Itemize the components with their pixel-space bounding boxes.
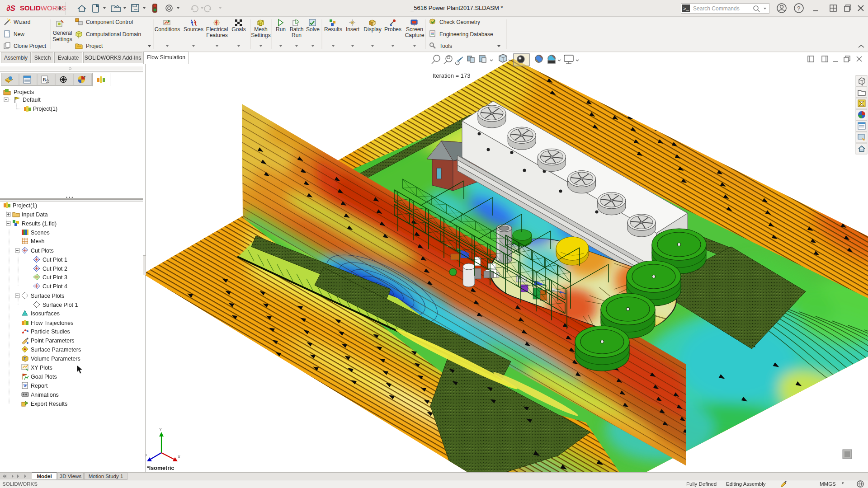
svg-text:Projects: Projects (14, 89, 34, 95)
svg-text:XY Plots: XY Plots (31, 365, 52, 371)
svg-text:Default: Default (23, 97, 41, 103)
svg-text:Mesh: Mesh (254, 26, 267, 33)
svg-text:Report: Report (31, 383, 48, 389)
svg-text:X: X (178, 455, 180, 459)
svg-text:Cut Plot 3: Cut Plot 3 (42, 274, 67, 281)
svg-text:Σ: Σ (24, 357, 26, 361)
svg-text:Search Commands: Search Commands (693, 5, 740, 12)
svg-text:Scenes: Scenes (31, 230, 50, 236)
svg-text:Results (1.fld): Results (1.fld) (22, 221, 57, 227)
svg-text:Cut Plot 2: Cut Plot 2 (42, 266, 67, 272)
svg-text:Solve: Solve (306, 26, 320, 33)
svg-text:Run: Run (292, 32, 302, 38)
svg-text:Run: Run (276, 26, 286, 33)
svg-text:Conditions: Conditions (155, 26, 180, 33)
svg-text:Display: Display (363, 26, 381, 33)
svg-text:B: B (42, 77, 46, 82)
svg-text:Component Control: Component Control (86, 19, 133, 25)
svg-text:Flow Trajectories: Flow Trajectories (31, 320, 73, 326)
svg-text:Insert: Insert (346, 26, 360, 33)
svg-text:Animations: Animations (31, 392, 59, 398)
svg-text:Cut Plot 4: Cut Plot 4 (42, 283, 67, 290)
svg-text:Point Parameters: Point Parameters (31, 338, 75, 344)
svg-text:Input Data: Input Data (22, 211, 48, 218)
svg-text:Surface Plots: Surface Plots (31, 293, 64, 299)
svg-text:Cut Plot 1: Cut Plot 1 (42, 257, 67, 263)
svg-text:>_: >_ (683, 6, 689, 12)
svg-text:Probes: Probes (384, 26, 401, 33)
svg-text:Export Results: Export Results (31, 401, 67, 407)
svg-text:Features: Features (206, 32, 227, 38)
svg-text:Screen: Screen (406, 26, 423, 33)
svg-text:Batch: Batch (290, 26, 304, 33)
svg-text:Isosurfaces: Isosurfaces (31, 310, 60, 317)
svg-text:∂S: ∂S (6, 4, 15, 13)
svg-text:?: ? (797, 5, 800, 12)
svg-text:Check Geometry: Check Geometry (439, 19, 480, 25)
svg-text:Wizard: Wizard (14, 19, 30, 25)
svg-text:Tools: Tools (439, 43, 452, 49)
svg-text:Sources: Sources (184, 26, 203, 33)
svg-text:Results: Results (324, 26, 342, 33)
svg-text:.: . (1, 49, 2, 50)
svg-text:Computational Domain: Computational Domain (86, 31, 141, 38)
svg-text:Iteration = 173: Iteration = 173 (433, 72, 470, 79)
svg-text:Mesh: Mesh (31, 238, 45, 244)
svg-text:Project(1): Project(1) (13, 202, 37, 209)
svg-text:*Isometric: *Isometric (147, 465, 174, 471)
svg-text:Project(1): Project(1) (33, 106, 57, 112)
svg-text:Particle Studies: Particle Studies (31, 328, 70, 335)
svg-text:Settings: Settings (251, 32, 270, 38)
svg-text:Surface Parameters: Surface Parameters (31, 347, 81, 353)
svg-text:Clone Project: Clone Project (14, 43, 47, 49)
svg-text:Goals: Goals (231, 26, 245, 33)
svg-text:Settings: Settings (52, 36, 72, 42)
svg-text:Engineering Database: Engineering Database (439, 31, 493, 38)
svg-text:Volume Parameters: Volume Parameters (31, 356, 80, 362)
svg-text:Electrical: Electrical (206, 26, 228, 33)
svg-text:New: New (14, 31, 24, 38)
svg-text:Surface Plot 1: Surface Plot 1 (42, 302, 78, 308)
svg-text:Y: Y (159, 427, 162, 432)
svg-text:Capture: Capture (405, 32, 425, 38)
svg-text:W: W (23, 383, 28, 388)
svg-text:Goal Plots: Goal Plots (31, 374, 57, 380)
svg-text:General: General (53, 30, 72, 36)
svg-text:Project: Project (86, 43, 103, 49)
svg-text:Cut Plots: Cut Plots (31, 248, 54, 254)
